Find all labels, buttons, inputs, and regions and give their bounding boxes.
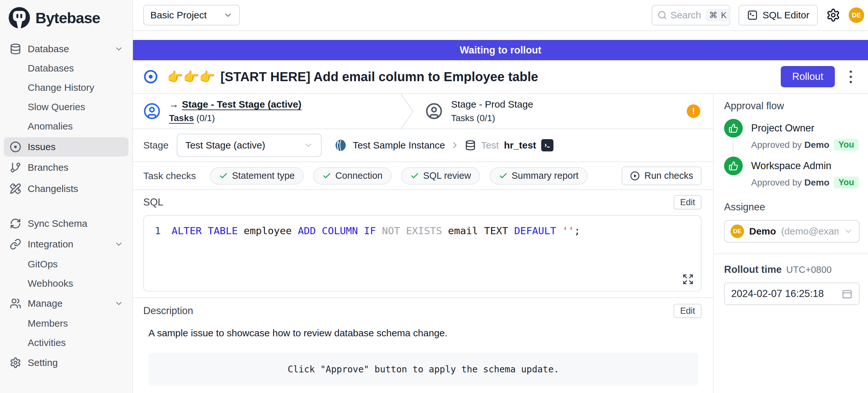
description-text: A sample issue to showcase how to review… [143, 328, 702, 338]
sidebar-item-slow-queries[interactable]: Slow Queries [4, 97, 128, 117]
sidebar-item-members[interactable]: Members [4, 314, 128, 333]
sql-code-editor[interactable]: 1 ALTER TABLE employee ADD COLUMN IF NOT… [143, 215, 702, 292]
instance-link[interactable]: Test Sample Instance [352, 140, 445, 151]
check-sql-review[interactable]: SQL review [401, 167, 480, 185]
assignee-name: Demo [749, 226, 776, 237]
stage-label: Stage [143, 140, 168, 151]
sidebar-item-sync-schema[interactable]: Sync Schema [4, 214, 128, 233]
sidebar-item-label: Webhooks [28, 278, 73, 289]
rollout-button[interactable]: Rollout [781, 66, 835, 87]
sidebar-item-label: Integration [28, 239, 73, 250]
issue-title: 👉👉👉 [START HERE] Add email column to Emp… [167, 69, 781, 84]
stage-tasks-link[interactable]: Tasks [169, 113, 194, 123]
sidebar-item-label: Change History [28, 82, 94, 93]
sync-refresh-icon [10, 218, 21, 229]
issue-title-row: 👉👉👉 [START HERE] Add email column to Emp… [133, 60, 868, 94]
sidebar-item-issues[interactable]: Issues [4, 137, 128, 156]
settings-gear-icon[interactable] [826, 8, 840, 22]
status-banner-text: Waiting to rollout [460, 44, 541, 56]
sidebar-item-changelists[interactable]: Changelists [4, 179, 128, 199]
sidebar-item-anomalies[interactable]: Anomalies [4, 117, 128, 136]
run-checks-label: Run checks [644, 171, 693, 181]
rollout-time-input[interactable]: 2024-02-07 16:25:18 [724, 282, 860, 305]
brand-logo[interactable]: Bytebase [0, 0, 132, 31]
search-box[interactable]: ⌘ K [652, 5, 730, 26]
terminal-icon [747, 10, 758, 21]
chevron-down-icon [114, 299, 123, 308]
assignee-select[interactable]: DE Demo (demo@example [724, 220, 860, 243]
sidebar-nav: Database Databases Change History Slow Q… [0, 31, 132, 372]
check-icon [499, 171, 508, 180]
check-statement-type[interactable]: Statement type [210, 167, 304, 185]
check-connection[interactable]: Connection [313, 167, 392, 185]
sidebar-item-webhooks[interactable]: Webhooks [4, 274, 128, 293]
check-summary-report[interactable]: Summary report [490, 167, 588, 185]
approval-connector [733, 138, 734, 157]
chevron-down-icon [114, 44, 123, 54]
stage-separator [400, 94, 415, 129]
person-circle-icon [143, 102, 161, 120]
stage-tab-prod[interactable]: Stage - Prod Stage Tasks (0/1) ! [415, 94, 713, 128]
stage-tab-test[interactable]: → Stage - Test Stage (active) Tasks (0/1… [133, 94, 400, 128]
sql-edit-button[interactable]: Edit [674, 195, 702, 209]
sql-token: ALTER TABLE [172, 224, 244, 237]
pencil-ruler-icon [10, 183, 21, 194]
sql-token: ADD COLUMN IF [298, 224, 382, 237]
sidebar-item-setting[interactable]: Setting [4, 353, 128, 372]
search-input[interactable] [670, 10, 703, 21]
line-number: 1 [144, 224, 172, 237]
stage-name-link[interactable]: Stage - Test Stage (active) [182, 99, 301, 110]
rollout-time-value: 2024-02-07 16:25:18 [731, 288, 824, 300]
sidebar-item-integration[interactable]: Integration [4, 235, 128, 254]
approval-status: Approved by [751, 178, 802, 188]
environment-label: Test [481, 140, 499, 151]
database-breadcrumb: Test Sample Instance Test hr_test [334, 139, 553, 152]
description-edit-button[interactable]: Edit [674, 304, 702, 318]
assignee-avatar: DE [731, 224, 744, 238]
thumbs-up-icon [724, 119, 743, 138]
database-link[interactable]: hr_test [504, 140, 536, 151]
panel-divider [714, 253, 868, 254]
issue-side-panel: Approval flow Project Owner Approved by … [713, 94, 868, 393]
chevron-down-icon [304, 141, 313, 150]
approval-flow-heading: Approval flow [724, 100, 859, 112]
approval-role: Workspace Admin [751, 156, 859, 175]
sidebar-item-label: Slow Queries [28, 101, 85, 113]
approval-step: Project Owner Approved by Demo You [724, 119, 859, 151]
calendar-icon [842, 288, 852, 299]
task-checks-label: Task checks [143, 171, 196, 181]
check-icon [219, 171, 228, 180]
run-checks-button[interactable]: Run checks [622, 167, 702, 185]
issue-title-emoji: 👉👉👉 [167, 69, 215, 84]
sidebar-item-manage[interactable]: Manage [4, 294, 128, 313]
issue-title-text: [START HERE] Add email column to Employe… [221, 69, 538, 84]
user-avatar[interactable]: DE [849, 7, 864, 23]
sidebar-item-label: Activities [28, 337, 66, 348]
database-icon [10, 43, 21, 55]
sql-token: email TEXT [448, 224, 514, 237]
sidebar-item-change-history[interactable]: Change History [4, 78, 128, 97]
sidebar-item-branches[interactable]: Branches [4, 158, 128, 177]
users-icon [10, 298, 21, 309]
sidebar-item-label: Changelists [28, 183, 78, 194]
git-branch-icon [10, 162, 21, 173]
project-selector-value: Basic Project [150, 10, 207, 21]
stage-select[interactable]: Test Stage (active) [177, 134, 322, 157]
gear-icon [10, 357, 21, 368]
bytebase-logo-icon [8, 6, 31, 29]
open-sql-editor-icon[interactable] [541, 139, 553, 151]
sidebar-item-activities[interactable]: Activities [4, 333, 128, 353]
sql-section: SQL Edit 1 ALTER TABLE employee ADD COLU… [133, 190, 713, 298]
kebab-menu-icon[interactable] [848, 69, 854, 85]
check-label: SQL review [423, 171, 471, 181]
expand-icon[interactable] [682, 273, 694, 285]
sql-editor-button[interactable]: SQL Editor [739, 5, 818, 26]
sidebar-item-gitops[interactable]: GitOps [4, 254, 128, 274]
approval-flow: Project Owner Approved by Demo You Works… [724, 119, 859, 188]
check-icon [410, 171, 419, 180]
approver-name: Demo [804, 140, 829, 150]
sidebar-item-label: GitOps [28, 259, 58, 270]
sidebar-item-database[interactable]: Database [4, 39, 128, 59]
project-selector[interactable]: Basic Project [143, 5, 240, 26]
sidebar-item-databases[interactable]: Databases [4, 59, 128, 78]
